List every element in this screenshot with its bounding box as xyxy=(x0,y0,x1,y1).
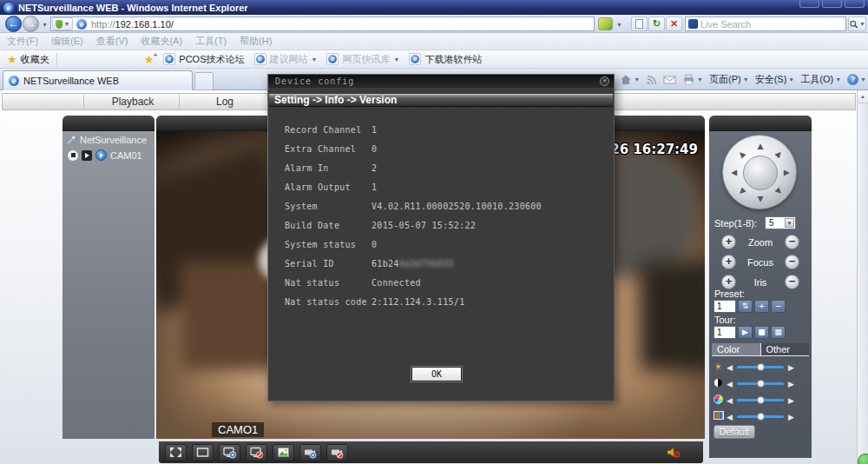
menu-view[interactable]: 查看(V) xyxy=(96,35,128,48)
menu-help[interactable]: 帮助(H) xyxy=(240,35,272,48)
browser-tab[interactable]: e NETSurveillance WEB xyxy=(3,70,193,90)
slider-right-button[interactable]: ▶ xyxy=(788,396,794,405)
ptz-right-button[interactable]: ▲ xyxy=(783,169,792,177)
security-shield-icon[interactable]: ▼ xyxy=(52,17,73,30)
refresh-button[interactable]: ↻ xyxy=(648,17,665,31)
stop-button[interactable]: ✕ xyxy=(666,17,682,31)
brightness-slider[interactable] xyxy=(737,366,784,368)
dialog-close-button[interactable]: ✕ xyxy=(600,76,609,86)
menu-tools[interactable]: 工具(T) xyxy=(195,35,227,48)
search-button[interactable]: ▼ xyxy=(848,17,866,31)
fullscreen-button[interactable] xyxy=(165,444,187,461)
single-window-button[interactable] xyxy=(192,444,214,461)
scroll-up-arrow[interactable]: ▲ xyxy=(858,90,868,103)
open-all-button[interactable] xyxy=(219,444,240,461)
mute-button[interactable] xyxy=(662,444,684,461)
record-button[interactable] xyxy=(299,444,321,461)
favorite-item[interactable]: e 建议网站 ▼ xyxy=(254,53,318,66)
slider-right-button[interactable]: ▶ xyxy=(788,380,794,388)
tab-other[interactable]: Other xyxy=(761,343,810,355)
slider-left-button[interactable]: ◀ xyxy=(727,380,733,388)
safety-menu-button[interactable]: 安全(S)▼ xyxy=(755,73,795,86)
slider-right-button[interactable]: ▶ xyxy=(788,413,794,421)
favorite-item[interactable]: e PCOS技术论坛 xyxy=(163,53,244,66)
tour-input[interactable]: 1 xyxy=(713,326,736,339)
ptz-down-button[interactable]: ▲ xyxy=(756,196,765,204)
slider-left-button[interactable]: ◀ xyxy=(727,396,733,405)
step-select[interactable]: 5 ▼ xyxy=(765,216,796,229)
menu-favorites[interactable]: 收藏夹(A) xyxy=(141,35,182,48)
play-stream-icon[interactable] xyxy=(82,150,92,161)
ptz-left-button[interactable]: ▲ xyxy=(729,169,738,177)
slider-thumb[interactable] xyxy=(757,363,765,371)
forward-button[interactable]: → xyxy=(23,16,39,32)
favorites-button[interactable]: 收藏夹 xyxy=(21,53,49,66)
menu-file[interactable]: 文件(F) xyxy=(7,35,38,48)
compatibility-view-icon[interactable] xyxy=(598,17,613,30)
slider-thumb[interactable] xyxy=(757,396,765,404)
new-tab-button[interactable] xyxy=(194,72,214,90)
print-button[interactable]: ▼ xyxy=(682,74,703,85)
close-window-button[interactable] xyxy=(845,0,865,8)
stop-record-button[interactable] xyxy=(326,444,348,461)
preset-del-button[interactable]: − xyxy=(771,300,786,313)
tab-playback[interactable]: Playback xyxy=(85,94,181,111)
slider-left-button[interactable]: ◀ xyxy=(727,363,733,372)
feeds-button[interactable] xyxy=(646,74,657,85)
default-button[interactable]: Default xyxy=(713,425,755,439)
tab-log[interactable]: Log xyxy=(181,94,269,111)
snapshot-button[interactable] xyxy=(273,444,294,461)
focus-out-button[interactable]: − xyxy=(785,255,799,269)
zoom-out-button[interactable]: − xyxy=(785,235,799,249)
slider-right-button[interactable]: ▶ xyxy=(788,363,794,372)
preset-add-button[interactable]: + xyxy=(754,300,769,313)
saturation-slider[interactable] xyxy=(737,399,784,401)
ptz-upleft-button[interactable]: ▲ xyxy=(735,148,747,160)
zoom-in-button[interactable]: + xyxy=(721,235,736,249)
tour-stop-button[interactable]: ■ xyxy=(754,326,769,339)
favorite-item[interactable]: e 网页快讯库 ▼ xyxy=(326,53,399,66)
back-button[interactable]: ← xyxy=(5,16,22,32)
page-button[interactable] xyxy=(631,17,648,31)
tree-root-row[interactable]: NetSurveillance xyxy=(62,131,155,145)
add-favorite-button[interactable]: ★+ xyxy=(144,53,155,66)
ptz-downleft-button[interactable]: ▲ xyxy=(735,186,747,198)
ptz-up-button[interactable]: ▲ xyxy=(756,142,765,150)
contrast-slider[interactable] xyxy=(737,382,784,385)
hue-slider[interactable] xyxy=(737,415,784,418)
channel-play-icon[interactable] xyxy=(95,149,107,161)
focus-in-button[interactable]: + xyxy=(721,255,736,269)
home-button[interactable]: ▼ xyxy=(620,74,640,85)
minimize-button[interactable] xyxy=(799,0,819,8)
stop-stream-icon[interactable] xyxy=(68,150,78,161)
menu-edit[interactable]: 编辑(E) xyxy=(51,35,83,48)
history-dropdown-icon[interactable]: ▼ xyxy=(42,22,48,28)
preset-input[interactable]: 1 xyxy=(713,300,736,313)
dialog-titlebar[interactable]: Device config xyxy=(268,75,614,88)
iris-close-button[interactable]: − xyxy=(785,275,799,289)
slider-thumb[interactable] xyxy=(757,413,765,421)
iris-open-button[interactable]: + xyxy=(721,275,736,289)
mail-button[interactable] xyxy=(663,74,676,85)
ptz-upright-button[interactable]: ▲ xyxy=(773,148,786,160)
slider-thumb[interactable] xyxy=(757,380,765,388)
tree-channel-row[interactable]: CAM01 xyxy=(62,145,155,161)
address-field[interactable]: ▼ e http://192.168.1.10/ xyxy=(50,17,595,31)
favorite-item[interactable]: e 下载港软件站 xyxy=(409,53,482,66)
close-all-button[interactable] xyxy=(246,444,267,461)
page-menu-button[interactable]: 页面(P)▼ xyxy=(709,73,749,86)
tools-menu-button[interactable]: 工具(O)▼ xyxy=(800,73,841,86)
tour-list-button[interactable]: ▦ xyxy=(771,326,786,339)
slider-left-button[interactable]: ◀ xyxy=(727,413,733,421)
preset-goto-button[interactable]: ⇅ xyxy=(738,300,753,313)
maximize-button[interactable] xyxy=(822,0,842,8)
tour-start-button[interactable]: ▶ xyxy=(738,326,753,339)
address-dropdown-icon[interactable]: ▼ xyxy=(616,22,622,28)
ptz-downright-button[interactable]: ▲ xyxy=(773,186,786,198)
search-input[interactable] xyxy=(700,19,831,30)
help-button[interactable]: ?▼ xyxy=(847,74,866,85)
ptz-center-knob[interactable] xyxy=(743,156,778,190)
ok-button[interactable]: OK xyxy=(411,367,462,381)
page-scrollbar[interactable]: ▲ xyxy=(857,90,868,464)
tab-color[interactable]: Color xyxy=(712,343,761,355)
